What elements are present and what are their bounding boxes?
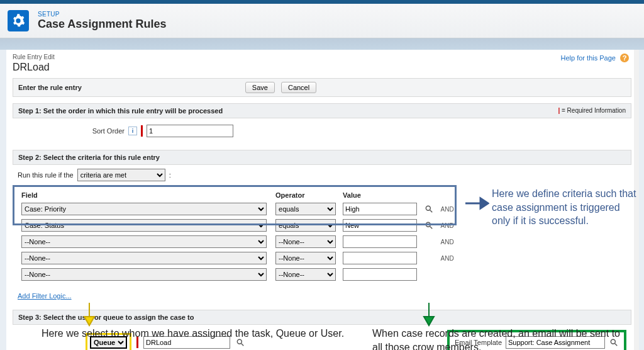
step1-header: Step 1: Set the order in which this rule… <box>13 103 631 118</box>
header-titles: SETUP Case Assignment Rules <box>38 11 166 31</box>
col-value: Value <box>340 190 420 200</box>
run-rule-row: Run this rule if the criteria are met : <box>13 165 631 185</box>
svg-point-2 <box>426 222 431 227</box>
svg-line-1 <box>430 210 433 212</box>
criteria-header-row: Field Operator Value <box>19 190 457 200</box>
required-bar-icon <box>141 125 143 137</box>
help-label: Help for this Page <box>561 54 616 62</box>
svg-point-0 <box>426 206 431 210</box>
run-rule-label: Run this rule if the <box>18 171 74 179</box>
field-select[interactable]: Case: Priority <box>21 203 267 215</box>
queue-annotation: Here we select to whom we have assigned … <box>42 327 381 341</box>
value-input[interactable] <box>343 252 417 264</box>
info-icon[interactable]: i <box>128 127 137 135</box>
and-label: AND <box>438 251 457 266</box>
step3-title: Step 3: Select the user or queue to assi… <box>18 313 194 321</box>
breadcrumb: Rule Entry Edit <box>13 54 631 60</box>
help-link[interactable]: Help for this Page ? <box>561 54 630 62</box>
page-content: Help for this Page ? Rule Entry Edit DRL… <box>6 50 638 350</box>
decorative-band <box>0 38 644 50</box>
operator-select[interactable]: --None-- <box>275 235 336 248</box>
gear-icon <box>8 10 29 31</box>
run-rule-select[interactable]: criteria are met <box>77 169 165 181</box>
email-annotation: When case records are created, an email … <box>372 327 624 350</box>
cancel-button[interactable]: Cancel <box>281 82 316 93</box>
page-header: SETUP Case Assignment Rules <box>0 0 644 38</box>
col-operator: Operator <box>273 190 339 200</box>
svg-line-3 <box>430 226 433 229</box>
field-select[interactable]: --None-- <box>21 235 267 248</box>
step2-header: Step 2: Select the criteria for this rul… <box>13 150 631 165</box>
field-select[interactable]: --None-- <box>21 268 267 281</box>
sort-order-label: Sort Order <box>18 127 125 135</box>
lookup-icon[interactable] <box>424 204 434 214</box>
step3-header: Step 3: Select the user or queue to assi… <box>13 310 631 325</box>
svg-line-5 <box>242 344 244 346</box>
sort-order-row: Sort Order i <box>13 118 631 144</box>
step1-title: Step 1: Set the order in which this rule… <box>18 107 223 115</box>
sort-order-input[interactable] <box>147 125 233 137</box>
criteria-row: --None-- --None-- <box>19 267 457 282</box>
value-input[interactable] <box>343 235 417 248</box>
value-input[interactable] <box>343 203 417 215</box>
arrow-down-icon <box>421 302 436 327</box>
criteria-row: --None-- --None-- AND <box>19 234 457 249</box>
arrow-down-icon <box>82 302 97 327</box>
rule-name: DRLoad <box>13 62 631 73</box>
operator-select[interactable]: --None-- <box>275 252 336 264</box>
arrow-right-icon <box>464 195 489 212</box>
field-select[interactable]: Case: Status <box>21 219 267 232</box>
section-enter-rule: Enter the rule entry Save Cancel <box>13 78 631 97</box>
criteria-table: Field Operator Value Case: Priority equa… <box>18 189 458 283</box>
operator-select[interactable]: equals <box>275 219 336 232</box>
page-title: Case Assignment Rules <box>38 18 166 31</box>
criteria-row: Case: Status equals AND <box>19 218 457 233</box>
criteria-row: --None-- --None-- AND <box>19 251 457 266</box>
criteria-row: Case: Priority equals AND <box>19 201 457 217</box>
help-icon: ? <box>620 54 629 62</box>
col-field: Field <box>19 190 272 200</box>
and-label: AND <box>438 201 457 217</box>
value-input[interactable] <box>343 268 417 281</box>
lookup-icon[interactable] <box>424 220 434 230</box>
add-filter-link[interactable]: Add Filter Logic... <box>18 292 72 300</box>
value-input[interactable] <box>343 219 417 232</box>
required-note: | = Required Information <box>558 107 626 114</box>
section-title: Enter the rule entry <box>18 84 82 91</box>
operator-select[interactable]: equals <box>275 203 336 215</box>
save-button[interactable]: Save <box>245 82 275 93</box>
criteria-annotation: Here we define criteria such that case a… <box>492 187 636 228</box>
step2-title: Step 2: Select the criteria for this rul… <box>18 154 160 161</box>
field-select[interactable]: --None-- <box>21 252 267 264</box>
and-label: AND <box>438 234 457 249</box>
setup-eyebrow: SETUP <box>38 11 166 18</box>
operator-select[interactable]: --None-- <box>275 268 336 281</box>
and-label: AND <box>438 218 457 233</box>
